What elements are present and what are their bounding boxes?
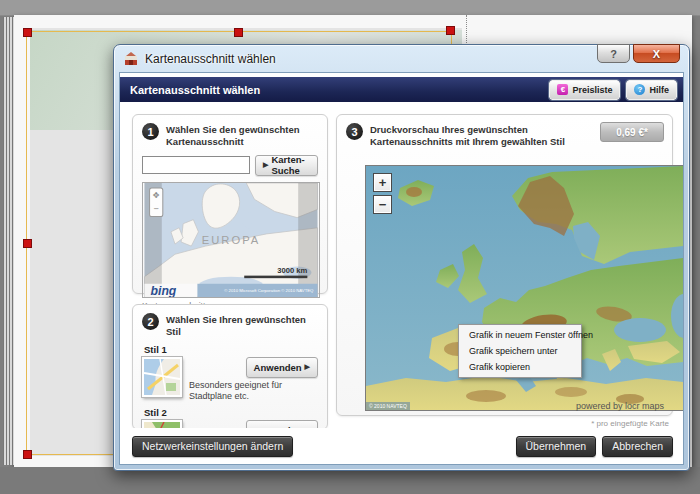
price-badge: 0,69 €* <box>600 122 664 142</box>
menu-item-open-new-window[interactable]: Grafik in neuem Fenster öffnen <box>459 327 581 343</box>
stil1-thumbnail[interactable] <box>142 357 182 397</box>
map-attribution: © 2010 NAVTEQ <box>366 402 410 410</box>
stil2-thumbnail[interactable] <box>142 420 182 428</box>
help-icon: ? <box>634 84 645 95</box>
plus-icon: + <box>379 176 387 189</box>
stil1-label: Stil 1 <box>144 344 318 355</box>
app-toolbar-strip <box>0 0 700 16</box>
step2-number-badge: 2 <box>142 313 159 330</box>
zoom-out-button[interactable]: − <box>373 195 392 214</box>
selection-handle-bottom-left[interactable] <box>23 450 32 459</box>
map-search-input[interactable] <box>142 156 250 174</box>
stil1-description: Besonders geeignet für Stadtpläne etc. <box>189 380 318 402</box>
dialog-content: 1 Wählen Sie den gewünschten Kartenaussc… <box>120 102 683 428</box>
karten-suche-button[interactable]: ▶ Karten-Suche <box>255 155 318 176</box>
stil2-label: Stil 2 <box>144 407 318 418</box>
dialog-kartenausschnitt: Kartenausschnitt wählen ? X Kartenaussch… <box>113 44 690 471</box>
step1-title: Wählen Sie den gewünschten Kartenausschn… <box>166 123 318 148</box>
bing-logo: bing <box>151 284 177 298</box>
powered-by-label: powered by locr maps <box>576 401 664 411</box>
header-title: Kartenausschnitt wählen <box>130 84 543 96</box>
map-preview[interactable]: + − © 2010 NAVTEQ Grafik in neuem Fenste… <box>365 165 683 411</box>
step1-number-badge: 1 <box>142 123 159 140</box>
map-scale-label: 3000 km <box>277 265 307 274</box>
play-arrow-icon: ▶ <box>263 161 268 169</box>
apply-button[interactable]: Übernehmen <box>516 436 597 457</box>
app-icon <box>123 51 139 67</box>
cancel-button[interactable]: Abbrechen <box>602 436 673 457</box>
play-arrow-icon: ▶ <box>305 363 310 371</box>
menu-item-copy[interactable]: Grafik kopieren <box>459 359 581 375</box>
preisliste-button[interactable]: € Preisliste <box>549 80 620 100</box>
map-copyright: © 2010 Microsoft Corporation © 2010 NAVT… <box>224 288 314 293</box>
selection-handle-top-right[interactable] <box>446 26 455 35</box>
map-scale-bar <box>244 275 307 278</box>
svg-text:✥: ✥ <box>153 191 160 200</box>
layout-guide-line <box>466 15 467 45</box>
dialog-header-bar: Kartenausschnitt wählen € Preisliste ? H… <box>120 77 683 102</box>
step1-panel: 1 Wählen Sie den gewünschten Kartenaussc… <box>132 114 328 294</box>
anwenden-stil1-button[interactable]: Anwenden ▶ <box>246 357 318 378</box>
minus-icon: − <box>379 198 387 211</box>
dialog-title: Kartenausschnitt wählen <box>145 52 276 66</box>
hilfe-button[interactable]: ? Hilfe <box>626 80 677 100</box>
price-tag-icon: € <box>557 84 568 95</box>
step3-panel: 3 Druckvorschau Ihres gewünschten Karten… <box>336 114 673 416</box>
dialog-titlebar[interactable]: Kartenausschnitt wählen ? X <box>114 45 689 72</box>
menu-item-save-as[interactable]: Grafik speichern unter <box>459 343 581 359</box>
hilfe-label: Hilfe <box>649 85 669 95</box>
anwenden-stil2-button[interactable]: Anwenden ▶ <box>246 420 318 428</box>
step3-title: Druckvorschau Ihres gewünschten Kartenau… <box>370 123 591 148</box>
context-menu: Grafik in neuem Fenster öffnen Grafik sp… <box>458 324 582 378</box>
selection-handle-mid-left[interactable] <box>23 239 32 248</box>
map-pan-zoom-control[interactable]: ✥ − <box>150 188 163 217</box>
preisliste-label: Preisliste <box>572 85 612 95</box>
step3-number-badge: 3 <box>346 123 363 140</box>
selection-handle-top-left[interactable] <box>23 28 32 37</box>
price-footnote: * pro eingefügte Karte <box>336 419 673 428</box>
svg-text:−: − <box>154 203 159 213</box>
network-settings-button[interactable]: Netzwerkeinstellungen ändern <box>132 436 293 457</box>
svg-text:EUROPA: EUROPA <box>202 234 261 246</box>
page-stack-edge <box>3 17 14 465</box>
desktop-background: Kartenausschnitt wählen ? X Kartenaussch… <box>0 0 700 494</box>
right-column: 3 Druckvorschau Ihres gewünschten Karten… <box>336 114 673 428</box>
step2-panel: 2 Wählen Sie Ihren gewünschten Stil Stil… <box>132 304 328 428</box>
selection-handle-top-mid[interactable] <box>234 28 243 37</box>
bing-overview-map[interactable]: EUROPA ✥ − 3000 km <box>142 182 320 298</box>
workspace-bottom-area <box>0 467 700 494</box>
close-icon[interactable]: X <box>633 44 680 63</box>
left-column: 1 Wählen Sie den gewünschten Kartenaussc… <box>132 114 328 428</box>
question-icon: ? <box>610 48 617 60</box>
zoom-in-button[interactable]: + <box>373 173 392 192</box>
step2-title: Wählen Sie Ihren gewünschten Stil <box>166 313 318 338</box>
window-help-button[interactable]: ? <box>597 44 630 63</box>
dialog-footer: Netzwerkeinstellungen ändern Übernehmen … <box>120 428 683 464</box>
dialog-client-area: Kartenausschnitt wählen € Preisliste ? H… <box>119 72 684 465</box>
